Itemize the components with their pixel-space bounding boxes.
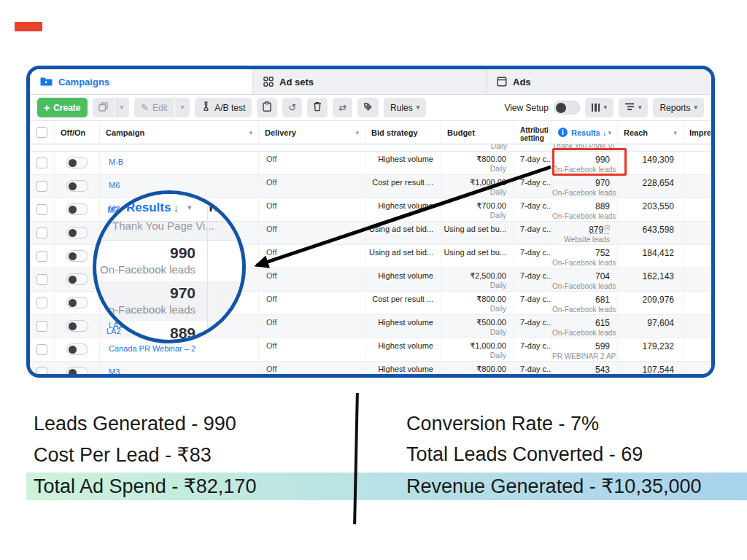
- paste-button[interactable]: [257, 98, 277, 117]
- campaign-toggle[interactable]: [66, 273, 88, 285]
- reports-button[interactable]: Reports ▾: [653, 98, 704, 117]
- info-icon: i: [558, 128, 568, 137]
- folder-icon: [40, 77, 53, 87]
- sort-descending-icon: ↓: [603, 128, 607, 137]
- tab-ads-label: Ads: [513, 77, 531, 88]
- tab-campaigns-label: Campaigns: [58, 77, 109, 88]
- reach-cell: 643,598: [618, 222, 684, 244]
- export-import-button[interactable]: ⇄: [333, 98, 352, 117]
- chevron-down-icon: ▾: [694, 104, 697, 111]
- campaign-toggle[interactable]: [66, 320, 88, 332]
- ab-test-label: A/B test: [214, 103, 245, 113]
- revert-button[interactable]: ↺: [282, 98, 302, 117]
- bid-strategy-cell: Highest volume: [365, 338, 441, 361]
- header-results[interactable]: i Results ↓ ▾: [552, 121, 618, 144]
- delivery-status: Off: [259, 175, 365, 198]
- header-bid-strategy[interactable]: Bid strategy: [365, 121, 441, 144]
- row-checkbox[interactable]: [36, 158, 47, 168]
- tab-ad-sets[interactable]: Ad sets: [253, 69, 487, 94]
- rules-button[interactable]: Rules ▾: [384, 98, 426, 117]
- results-cell: 879[2]Website leads: [552, 222, 618, 244]
- header-budget[interactable]: Budget: [441, 121, 514, 144]
- campaign-toggle[interactable]: [66, 180, 88, 192]
- edit-button[interactable]: ✎ Edit: [134, 98, 174, 117]
- toggle-knob: [556, 103, 566, 113]
- row-checkbox[interactable]: [36, 274, 47, 285]
- table-row: M6OffCost per result ...₹1,000.00Daily7-…: [30, 175, 711, 198]
- campaign-toggle[interactable]: [66, 297, 88, 308]
- columns-button[interactable]: ▾: [585, 98, 614, 117]
- row-checkbox[interactable]: [36, 321, 47, 332]
- undo-icon: ↺: [288, 103, 296, 112]
- tag-icon: [363, 102, 373, 114]
- header-attribution[interactable]: Attributisetting: [514, 121, 552, 144]
- campaign-toggle[interactable]: [66, 250, 88, 262]
- campaign-link[interactable]: Canada PR Webinar – 2: [100, 344, 196, 353]
- ab-test-button[interactable]: A/B test: [195, 98, 252, 117]
- tag-button[interactable]: [357, 98, 379, 117]
- chevron-down-icon: ▾: [120, 104, 124, 111]
- campaign-link[interactable]: M-B: [100, 158, 123, 166]
- overlapping-campaign-label: LA2: [107, 327, 121, 335]
- header-campaign[interactable]: Campaign▾: [100, 121, 259, 144]
- chevron-down-icon: ▾: [181, 104, 185, 111]
- header-delivery[interactable]: Delivery▾: [259, 121, 365, 144]
- rules-button-label: Rules: [390, 103, 413, 113]
- delete-button[interactable]: [307, 98, 328, 117]
- campaign-toggle[interactable]: [66, 367, 88, 378]
- attribution-cell: 7-day c...: [514, 268, 552, 291]
- budget-cell: ₹1,000.00Daily: [441, 175, 514, 198]
- delivery-status: Off: [259, 152, 365, 174]
- toolbar: + Create ▾ ✎ Edit ▾ A/B test ↺ ⇄: [30, 95, 711, 121]
- results-cell: 681On-Facebook leads: [552, 292, 618, 314]
- summary-total-ad-spend: Total Ad Spend - ₹82,170: [34, 475, 256, 498]
- delivery-status: Off: [259, 268, 365, 291]
- campaign-link[interactable]: M6: [100, 181, 120, 190]
- campaign-toggle[interactable]: [66, 227, 88, 238]
- attribution-cell: 7-day c...: [514, 222, 552, 244]
- overlapping-campaign-label: M2: [107, 206, 118, 214]
- view-setup-toggle[interactable]: [554, 101, 580, 114]
- row-checkbox[interactable]: [36, 228, 47, 238]
- campaign-link[interactable]: M3: [100, 368, 120, 376]
- clipboard-icon: [263, 101, 271, 114]
- tab-ads[interactable]: Ads: [487, 69, 711, 94]
- budget-cell: ₹1,000.00Daily: [441, 338, 514, 361]
- chevron-down-icon: ▾: [603, 104, 607, 111]
- tab-campaigns[interactable]: Campaigns: [30, 69, 253, 94]
- attribution-cell: 7-day c...: [514, 338, 552, 361]
- row-checkbox[interactable]: [36, 368, 47, 378]
- bid-strategy-cell: Using ad set bid...: [365, 222, 441, 244]
- create-button[interactable]: + Create: [37, 98, 88, 117]
- campaign-toggle[interactable]: [66, 157, 88, 168]
- partial-budget-period: Daily: [441, 144, 514, 151]
- reach-cell: 162,143: [618, 268, 684, 291]
- bid-strategy-cell: Using ad set bid...: [365, 245, 441, 268]
- edit-caret-button[interactable]: ▾: [175, 98, 190, 117]
- pencil-icon: ✎: [141, 103, 149, 112]
- breakdown-button[interactable]: ▾: [619, 98, 649, 117]
- duplicate-caret-button[interactable]: ▾: [115, 98, 130, 117]
- campaign-toggle[interactable]: [66, 203, 88, 215]
- row-checkbox[interactable]: [36, 251, 47, 262]
- header-impressions[interactable]: Impre: [684, 121, 711, 144]
- create-button-label: Create: [53, 103, 80, 113]
- row-checkbox[interactable]: [36, 204, 47, 215]
- row-checkbox[interactable]: [36, 181, 47, 192]
- header-reach[interactable]: Reach▾: [618, 121, 684, 144]
- budget-cell: Using ad set bu...: [441, 245, 514, 268]
- bid-strategy-cell: Highest volume: [365, 198, 441, 221]
- campaign-toggle[interactable]: [66, 343, 88, 355]
- select-all-checkbox[interactable]: [36, 127, 47, 138]
- summary-cost-per-lead: Cost Per Lead - ₹83: [34, 443, 212, 467]
- row-checkbox[interactable]: [36, 298, 47, 308]
- reach-cell: 179,232: [618, 338, 684, 361]
- budget-cell: ₹800.00Daily: [441, 292, 514, 314]
- results-cell: 752On-Facebook leads: [552, 245, 618, 268]
- chevron-down-icon: ▾: [187, 203, 192, 212]
- delivery-status: Off: [259, 245, 365, 268]
- row-checkbox[interactable]: [36, 344, 47, 355]
- breakdown-icon: [625, 103, 635, 113]
- reach-cell: 149,309: [618, 152, 684, 174]
- duplicate-button[interactable]: [93, 98, 114, 117]
